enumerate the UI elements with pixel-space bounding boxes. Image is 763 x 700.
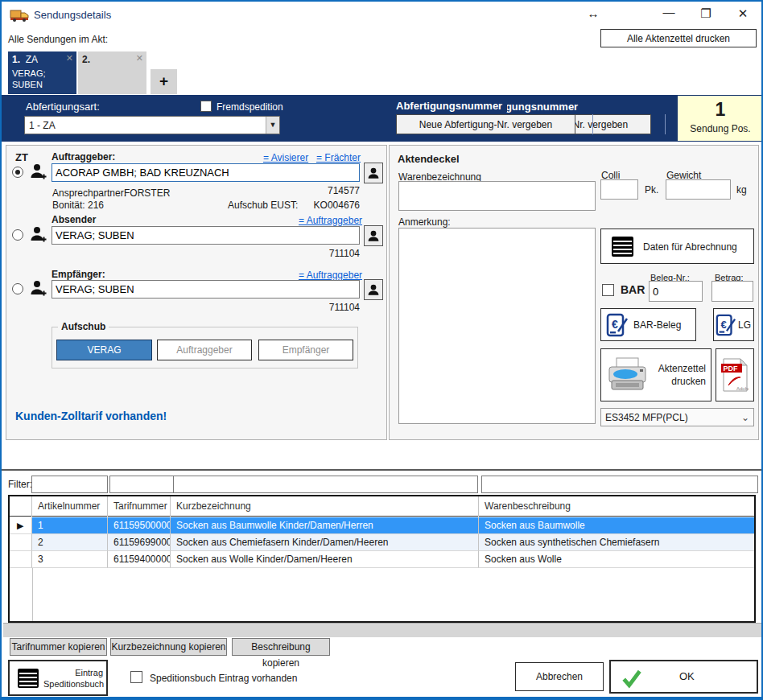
add-shipment-button[interactable]: +	[151, 69, 177, 94]
auftraggeber-number: 714577	[267, 185, 360, 196]
empfaenger-contact-button[interactable]	[364, 279, 383, 300]
table-row[interactable]: ▶ 1 61159500000 Socken aus Baumwolle Kin…	[10, 517, 754, 534]
filter-label: Filter:	[8, 479, 32, 490]
table-row[interactable]: 2 61159699000 Socken aus Chemiefasern Ki…	[10, 534, 754, 551]
anmerkung-textarea[interactable]	[398, 228, 596, 424]
position-count-label: Sendung Pos.	[678, 123, 763, 134]
header-tarifnummer[interactable]: Tarifnummer	[108, 496, 171, 517]
filter-input-warenbeschreibung[interactable]	[481, 476, 758, 493]
band-separator	[665, 114, 666, 134]
minimize-icon[interactable]: —	[658, 5, 679, 19]
eintrag-speditionsbuch-button[interactable]: Eintrag Speditionsbuch	[8, 660, 108, 696]
auftraggeber-label: Auftraggeber:	[52, 151, 115, 163]
empfaenger-auftraggeber-link[interactable]: = Auftraggeber	[299, 270, 362, 281]
ok-button[interactable]: OK	[609, 660, 758, 694]
bar-label: BAR	[621, 283, 645, 296]
header-artikelnummer[interactable]: Artikelnummer	[32, 496, 108, 517]
shipment-tab-2[interactable]: 2. ✕	[78, 51, 146, 94]
auftraggeber-contact-button[interactable]	[364, 163, 383, 183]
daten-abrechnung-button[interactable]: Daten für Abrechnung	[600, 229, 754, 264]
aktenzettel-drucken-button[interactable]: Aktenzettel drucken	[600, 348, 711, 401]
euro-document-icon-lg: €	[716, 313, 736, 340]
cell-warenbeschreibung: Socken aus synthetischen Chemiefasern	[479, 534, 754, 551]
beleg-nr-input[interactable]	[649, 281, 703, 302]
abfertigungsart-label: Abfertigungsart:	[26, 101, 100, 113]
copy-kurzbezeichnung-button[interactable]: Kurzbezeichnung kopieren	[110, 638, 227, 656]
aufschub-verag-button[interactable]: VERAG	[56, 340, 152, 360]
bar-checkbox[interactable]	[602, 284, 614, 296]
add-contact-icon[interactable]	[29, 162, 48, 183]
tab1-type: ZA	[26, 54, 38, 65]
absender-auftraggeber-link[interactable]: = Auftraggeber	[299, 215, 362, 226]
absender-radio[interactable]	[12, 229, 23, 241]
bar-beleg-button[interactable]: € BAR-Beleg	[600, 308, 696, 341]
tab1-close-icon[interactable]: ✕	[66, 53, 73, 64]
table-horizontal-scrollbar[interactable]	[3, 623, 763, 637]
auftraggeber-input[interactable]	[52, 163, 360, 182]
gewicht-unit-label: kg	[736, 184, 747, 196]
zt-label: ZT	[15, 151, 28, 163]
cell-kurzbezeichnung: Socken aus Chemiefasern Kinder/Damen/Hee…	[171, 534, 479, 551]
ansprechpartner-value: FORSTER	[124, 187, 170, 199]
colli-input[interactable]	[600, 179, 638, 200]
cell-warenbeschreibung: Socken aus Wolle	[479, 551, 754, 568]
row-selector	[10, 534, 32, 551]
cell-warenbeschreibung: Socken aus Baumwolle	[479, 517, 754, 534]
absender-number: 711104	[267, 248, 360, 259]
fraechter-link[interactable]: = Frächter	[316, 152, 361, 163]
absender-input[interactable]	[52, 226, 360, 245]
fremdspedition-checkbox[interactable]	[200, 101, 212, 112]
tab2-close-icon[interactable]: ✕	[136, 53, 143, 64]
filter-input-kurzbezeichnung[interactable]	[173, 476, 478, 493]
empfaenger-add-contact-icon[interactable]	[29, 278, 48, 300]
gewicht-input[interactable]	[666, 179, 731, 200]
bar-beleg-label: BAR-Beleg	[633, 319, 681, 331]
row-selector-icon: ▶	[10, 517, 32, 534]
absender-add-contact-icon[interactable]	[29, 224, 48, 246]
printer-select[interactable]: ES3452 MFP(PCL) ⌄	[600, 408, 754, 426]
svg-text:€: €	[721, 319, 727, 331]
auftraggeber-radio[interactable]	[12, 167, 23, 178]
avisierer-link[interactable]: = Avisierer	[263, 152, 308, 163]
close-icon[interactable]: ✕	[732, 6, 753, 21]
abfertigungsart-select[interactable]: 1 - ZA ▼	[24, 116, 280, 134]
printer-chevron-icon[interactable]: ⌄	[741, 412, 753, 423]
maximize-icon[interactable]: ❐	[695, 6, 716, 21]
table-row[interactable]: 3 61159400000 Socken aus Wolle Kinder/Da…	[10, 551, 754, 568]
speditionsbuch-checkbox[interactable]	[130, 671, 142, 683]
articles-table: Artikelnummer Tarifnummer Kurzbezeichnun…	[8, 495, 756, 623]
aufschub-eust-value: KO004676	[267, 200, 360, 211]
speditionsbuch-checkbox-label: Speditionsbuch Eintrag vorhanden	[150, 673, 297, 684]
empfaenger-input[interactable]	[52, 280, 360, 299]
empfaenger-radio[interactable]	[12, 283, 23, 294]
absender-contact-button[interactable]	[364, 225, 383, 246]
copy-beschreibung-button[interactable]: Beschreibung kopieren	[232, 638, 330, 656]
lg-button[interactable]: € LG	[713, 308, 754, 341]
aktendeckel-title: Aktendeckel	[398, 153, 460, 165]
print-all-aktenzettel-button[interactable]: Alle Aktenzettel drucken	[600, 29, 757, 47]
header-kurzbezeichnung[interactable]: Kurzbezeichnung	[171, 496, 479, 517]
aufschub-empfaenger-button[interactable]: Empfänger	[258, 340, 353, 360]
cancel-button[interactable]: Abbrechen	[515, 662, 604, 691]
cell-tarifnummer: 61159500000	[108, 517, 171, 534]
euro-document-icon: €	[606, 313, 629, 340]
printer-value: ES3452 MFP(PCL)	[605, 412, 688, 423]
abfertigungsart-arrow-icon[interactable]: ▼	[266, 117, 279, 134]
eintrag-speditionsbuch-label: Eintrag Speditionsbuch	[43, 667, 103, 690]
svg-text:Adobe: Adobe	[736, 386, 749, 391]
copy-tarifnummer-button[interactable]: Tarifnummer kopieren	[10, 638, 107, 656]
warenbezeichnung-input[interactable]	[398, 181, 596, 211]
betrag-input[interactable]	[711, 281, 753, 302]
shipment-tab-1[interactable]: 1. ZA ✕ VERAG; SUBEN	[8, 51, 76, 94]
neue-abfertigung-button[interactable]: Neue Abfertigung-Nr. vergeben	[396, 114, 575, 134]
resize-icon[interactable]: ↔	[583, 6, 604, 20]
position-count: 1	[678, 99, 763, 121]
aufschub-auftraggeber-button[interactable]: Auftraggeber	[157, 340, 252, 360]
absender-label: Absender	[52, 214, 96, 225]
filter-input-artikelnummer[interactable]	[31, 476, 108, 493]
header-selector	[10, 496, 32, 517]
cell-artikelnummer: 3	[32, 551, 108, 568]
tab1-subtitle: VERAG; SUBEN	[12, 68, 62, 91]
pdf-button[interactable]: PDF Adobe	[716, 348, 754, 401]
header-warenbeschreibung[interactable]: Warenbeschreibung	[479, 496, 754, 517]
